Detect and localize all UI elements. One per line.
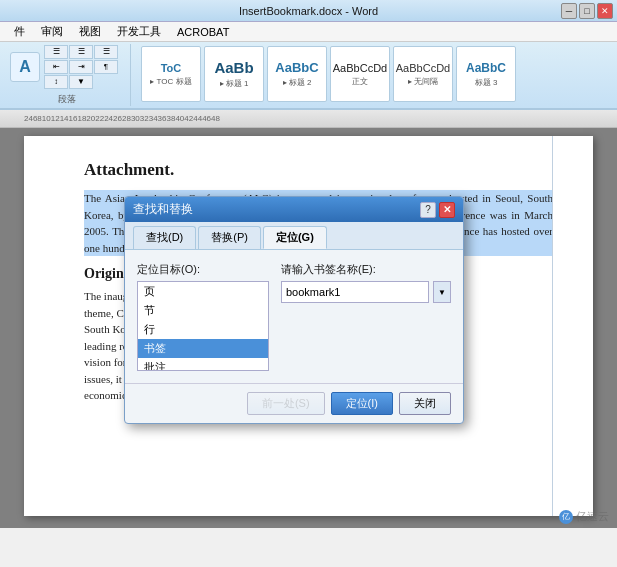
ruler-mark: 46 [202, 114, 211, 123]
menu-item-review[interactable]: 审阅 [35, 22, 69, 41]
style-preview-normal[interactable]: AaBbCcDd 正文 [330, 46, 390, 102]
dialog-right-panel: 请输入书签名称(E): ▼ [281, 262, 451, 371]
dialog-left-panel: 定位目标(O): 页 节 行 书签 批注 脚注 [137, 262, 269, 371]
target-label: 定位目标(O): [137, 262, 269, 277]
title-bar: InsertBookmark.docx - Word ─ □ ✕ [0, 0, 617, 22]
style-preview-noformat[interactable]: AaBbCcDd ▸ 无间隔 [393, 46, 453, 102]
menu-item-developer[interactable]: 开发工具 [111, 22, 167, 41]
maximize-button[interactable]: □ [579, 3, 595, 19]
style-previews: ToC ▸ TOC 标题 AaBb ▸ 标题 1 AaBbC ▸ 标题 2 Aa… [139, 44, 518, 104]
dialog-title-text: 查找和替换 [133, 201, 193, 218]
ruler-mark: 20 [86, 114, 95, 123]
dialog-help-button[interactable]: ? [420, 202, 436, 218]
style-preview-heading3[interactable]: AaBbC 标题 3 [456, 46, 516, 102]
menu-item-acrobat[interactable]: ACROBAT [171, 24, 235, 40]
dialog-body: 定位目标(O): 页 节 行 书签 批注 脚注 请输入书签名称(E): [125, 250, 463, 383]
document-area: Attachment. The Asian Leadership Confere… [0, 128, 617, 528]
ruler-mark: 44 [193, 114, 202, 123]
ribbon-small-icons: ☰ ☰ ☰ ⇤ ⇥ ¶ ↕ ▼ [44, 45, 124, 89]
target-listbox[interactable]: 页 节 行 书签 批注 脚注 [137, 281, 269, 371]
menu-item-view[interactable]: 视图 [73, 22, 107, 41]
close-dialog-button[interactable]: 关闭 [399, 392, 451, 415]
style-preview-heading2[interactable]: AaBbC ▸ 标题 2 [267, 46, 327, 102]
ribbon-icon-indent2[interactable]: ⇥ [69, 60, 93, 74]
ruler-mark: 18 [77, 114, 86, 123]
style-preview-heading1[interactable]: AaBb ▸ 标题 1 [204, 46, 264, 102]
style-h2-label: ▸ 标题 2 [283, 77, 312, 88]
style-h3-label: 标题 3 [475, 77, 498, 88]
ruler-mark: 24 [104, 114, 113, 123]
style-h1-text: AaBb [214, 59, 253, 76]
style-h2-text: AaBbC [275, 60, 318, 75]
listbox-item-comment[interactable]: 批注 [138, 358, 268, 371]
bookmark-dropdown-btn[interactable]: ▼ [433, 281, 451, 303]
goto-button[interactable]: 定位(I) [331, 392, 393, 415]
menu-item-file[interactable]: 件 [8, 22, 31, 41]
listbox-item-line[interactable]: 行 [138, 320, 268, 339]
ruler-mark: 48 [211, 114, 220, 123]
ribbon-icons-row1: A ☰ ☰ ☰ ⇤ ⇥ ¶ ↕ ▼ [10, 45, 124, 89]
find-replace-dialog: 查找和替换 ? ✕ 查找(D) 替换(P) 定位(G) 定位目标(O [124, 196, 464, 424]
document-page: Attachment. The Asian Leadership Confere… [24, 136, 593, 516]
tab-replace[interactable]: 替换(P) [198, 226, 261, 249]
bookmark-label: 请输入书签名称(E): [281, 262, 451, 277]
style-preview-toc[interactable]: ToC ▸ TOC 标题 [141, 46, 201, 102]
ribbon-icon-list2[interactable]: ☰ [69, 45, 93, 59]
dialog-title-controls: ? ✕ [420, 202, 455, 218]
menu-bar: 件 审阅 视图 开发工具 ACROBAT [0, 22, 617, 42]
prev-button[interactable]: 前一处(S) [247, 392, 325, 415]
style-normal-text: AaBbCcDd [333, 62, 387, 74]
style-toc-label: ▸ TOC 标题 [150, 76, 191, 87]
ruler-mark: 30 [131, 114, 140, 123]
style-toc-text: ToC [161, 62, 182, 74]
ruler-mark: 34 [149, 114, 158, 123]
window-title: InsertBookmark.docx - Word [239, 5, 378, 17]
ruler: 2 4 6 8 10 12 14 16 18 20 22 24 26 28 30… [0, 110, 617, 128]
ribbon-icon-indent1[interactable]: ⇤ [44, 60, 68, 74]
style-noformat-label: ▸ 无间隔 [408, 76, 438, 87]
tab-find[interactable]: 查找(D) [133, 226, 196, 249]
ruler-mark: 40 [175, 114, 184, 123]
ribbon-icon-para[interactable]: ¶ [94, 60, 118, 74]
bookmark-input-row: ▼ [281, 281, 451, 303]
dialog-footer: 前一处(S) 定位(I) 关闭 [125, 383, 463, 423]
ruler-mark: 16 [69, 114, 78, 123]
ribbon-icon-a[interactable]: A [10, 52, 40, 82]
ribbon-group-label-para: 段落 [58, 93, 76, 106]
listbox-item-section[interactable]: 节 [138, 301, 268, 320]
ruler-mark: 12 [51, 114, 60, 123]
ribbon-icon-sort[interactable]: ↕ [44, 75, 68, 89]
ruler-marks: 2 4 6 8 10 12 14 16 18 20 22 24 26 28 30… [24, 114, 593, 123]
ruler-mark: 26 [113, 114, 122, 123]
ruler-mark: 36 [158, 114, 167, 123]
dialog-overlay: 查找和替换 ? ✕ 查找(D) 替换(P) 定位(G) 定位目标(O [24, 136, 593, 516]
dialog-title-bar: 查找和替换 ? ✕ [125, 197, 463, 222]
listbox-item-page[interactable]: 页 [138, 282, 268, 301]
tab-goto[interactable]: 定位(G) [263, 226, 327, 249]
close-button[interactable]: ✕ [597, 3, 613, 19]
window-controls: ─ □ ✕ [561, 3, 613, 19]
ruler-mark: 38 [167, 114, 176, 123]
ribbon-icon-list1[interactable]: ☰ [44, 45, 68, 59]
ruler-mark: 42 [184, 114, 193, 123]
dialog-close-button[interactable]: ✕ [439, 202, 455, 218]
style-noformat-text: AaBbCcDd [396, 62, 450, 74]
ruler-mark: 10 [42, 114, 51, 123]
ruler-mark: 22 [95, 114, 104, 123]
listbox-item-bookmark[interactable]: 书签 [138, 339, 268, 358]
ruler-mark: 28 [122, 114, 131, 123]
ribbon: A ☰ ☰ ☰ ⇤ ⇥ ¶ ↕ ▼ 段落 ToC ▸ TOC 标题 AaBb ▸… [0, 42, 617, 110]
ribbon-icon-list3[interactable]: ☰ [94, 45, 118, 59]
style-h3-text: AaBbC [466, 61, 506, 75]
ruler-mark: 14 [60, 114, 69, 123]
ruler-mark: 32 [140, 114, 149, 123]
ribbon-group-format: A ☰ ☰ ☰ ⇤ ⇥ ¶ ↕ ▼ 段落 [4, 44, 131, 106]
style-h1-label: ▸ 标题 1 [220, 78, 249, 89]
bookmark-input[interactable] [281, 281, 429, 303]
dialog-tabs: 查找(D) 替换(P) 定位(G) [125, 222, 463, 250]
minimize-button[interactable]: ─ [561, 3, 577, 19]
ribbon-icon-more[interactable]: ▼ [69, 75, 93, 89]
style-normal-label: 正文 [352, 76, 368, 87]
